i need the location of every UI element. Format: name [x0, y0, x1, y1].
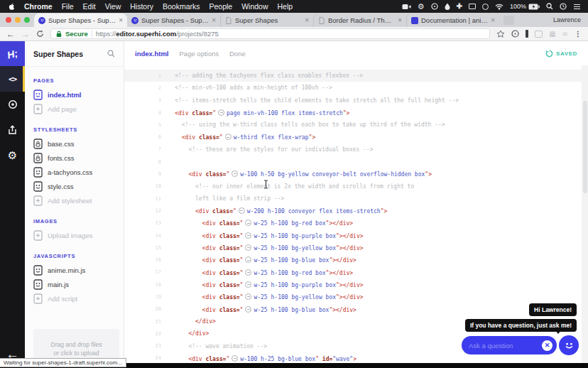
tab-close-icon[interactable]: × — [398, 17, 402, 24]
sidebar-item-style-css[interactable]: style.css — [33, 179, 115, 193]
tab-close-icon[interactable]: × — [491, 17, 495, 24]
code-line[interactable]: 17<div class="w-25 h-100 bg-red box"></d… — [124, 266, 588, 278]
sidebar-item-fonts-css[interactable]: fonts.css — [33, 151, 115, 165]
extension-info-icon[interactable] — [511, 30, 519, 38]
chrome-menu-icon[interactable]: ⋮ — [575, 30, 582, 38]
sidebar-item-main-js[interactable]: main.js — [33, 277, 115, 291]
code-line[interactable]: 7<!-- these are the styles for our indiv… — [124, 144, 588, 156]
code-line[interactable]: 16<div class="w-25 h-100 bg-blue box"></… — [124, 254, 588, 266]
close-window-button[interactable] — [6, 17, 11, 23]
address-bar[interactable]: Secure https://editor.superhi.com/projec… — [50, 28, 490, 39]
collapsed-classes-chip-icon[interactable] — [245, 306, 251, 313]
extension-dim3-icon[interactable]: ≂ — [562, 30, 568, 38]
collapsed-classes-chip-icon[interactable] — [232, 171, 238, 177]
plus-menu-icon[interactable]: ✚ — [457, 3, 462, 10]
reload-button[interactable] — [36, 30, 44, 38]
extension-dim-icon[interactable] — [535, 31, 543, 38]
chat-close-icon[interactable]: ✕ — [542, 340, 552, 351]
search-icon[interactable] — [107, 50, 115, 58]
browser-tab[interactable]: Documentation | anime.js× — [406, 13, 499, 27]
sidebar-item-add-stylesheet[interactable]: Add stylesheet — [33, 193, 115, 207]
code-line[interactable]: 6<div class="w-third flex flex-wrap"> — [124, 131, 588, 143]
tab-close-icon[interactable]: × — [212, 17, 216, 24]
collapsed-classes-chip-icon[interactable] — [245, 281, 251, 288]
code-line[interactable]: 2<!-- min-vh-100 adds a min-height of 10… — [124, 82, 588, 94]
collapsed-classes-chip-icon[interactable] — [232, 355, 238, 362]
code-line[interactable]: 19<div class="w-25 h-100 bg-yellow box">… — [124, 291, 588, 303]
gear-menu-icon[interactable]: ⚙ — [418, 3, 425, 10]
browser-tab[interactable]: Border Radius / Themes / Do× — [313, 13, 406, 27]
page-options-button[interactable]: Page options — [180, 50, 219, 58]
new-tab-button[interactable] — [503, 16, 514, 25]
code-line[interactable]: 15<div class="w-25 h-100 bg-yellow box">… — [124, 242, 588, 254]
menu-item-view[interactable]: View — [105, 2, 121, 11]
collapsed-classes-chip-icon[interactable] — [245, 244, 251, 251]
code-line[interactable]: 3<!-- items-stretch tells the child elem… — [124, 94, 588, 107]
forward-button[interactable]: → — [21, 30, 30, 38]
code-line[interactable]: 1<!-- adding the tachyons flex class ena… — [124, 70, 588, 82]
menu-item-people[interactable]: People — [209, 2, 232, 11]
browser-profile-name[interactable]: Lawrence — [553, 16, 588, 23]
sidebar-item-upload-images[interactable]: Upload images — [33, 228, 115, 242]
browser-tab[interactable]: Super Shapes - SuperHi× — [127, 13, 220, 27]
minimize-window-button[interactable] — [15, 17, 21, 23]
wifi-icon[interactable] — [495, 4, 503, 10]
secure-label[interactable]: Secure — [65, 30, 88, 38]
chat-launcher-button[interactable] — [559, 335, 579, 355]
sidebar-item-add-script[interactable]: Add script — [33, 291, 115, 305]
collapsed-classes-chip-icon[interactable] — [225, 134, 232, 140]
page-url[interactable]: https://editor.superhi.com/projects/8275 — [96, 30, 219, 38]
zoom-window-button[interactable] — [24, 17, 30, 23]
spotlight-search-icon[interactable] — [546, 3, 553, 10]
menu-item-help[interactable]: Help — [278, 2, 293, 11]
circle-menu-icon[interactable] — [482, 4, 489, 10]
tab-close-icon[interactable]: × — [305, 17, 309, 24]
collapsed-classes-chip-icon[interactable] — [245, 269, 251, 276]
sidebar-item-base-css[interactable]: base.css — [33, 136, 115, 151]
collapsed-classes-chip-icon[interactable] — [245, 220, 251, 226]
code-line[interactable]: 5<!-- using the w-third class tells each… — [124, 119, 588, 131]
droplet-icon[interactable] — [445, 3, 450, 10]
menu-item-bookmarks[interactable]: Bookmarks — [163, 2, 200, 11]
collapsed-classes-chip-icon[interactable] — [245, 256, 251, 263]
notification-list-icon[interactable] — [573, 4, 581, 10]
share-button[interactable] — [0, 117, 25, 143]
apple-icon[interactable] — [7, 2, 15, 11]
code-line[interactable]: 13<div class="w-25 h-100 bg-red box"></d… — [124, 217, 588, 229]
sidebar-item-add-page[interactable]: Add page — [33, 102, 115, 116]
done-button[interactable]: Done — [229, 50, 246, 58]
back-button[interactable]: ← — [6, 30, 15, 38]
code-view-button[interactable]: <> — [0, 66, 25, 92]
code-line[interactable]: 14<div class="w-25 h-100 bg-purple box">… — [124, 229, 588, 242]
open-file-name[interactable]: index.html — [135, 50, 169, 58]
collapsed-classes-chip-icon[interactable] — [245, 232, 251, 239]
scrollbar-thumb[interactable] — [583, 101, 587, 193]
code-line[interactable]: 18<div class="w-25 h-100 bg-purple box">… — [124, 278, 588, 291]
collapsed-classes-chip-icon[interactable] — [239, 207, 245, 214]
sidebar-item-anime-min-js[interactable]: anime.min.js — [33, 263, 115, 277]
collapsed-classes-chip-icon[interactable] — [218, 109, 224, 116]
extension-dim2-icon[interactable]: ▦ — [549, 30, 555, 38]
menu-item-window[interactable]: Window — [241, 2, 268, 11]
bookmark-star-icon[interactable] — [496, 30, 505, 38]
tab-close-icon[interactable]: × — [119, 17, 123, 24]
code-line[interactable]: 10<!-- our inner element is 2x the width… — [124, 180, 588, 193]
info-circle-icon[interactable] — [431, 3, 438, 10]
superhi-logo[interactable]: H; — [0, 41, 25, 66]
menu-item-chrome[interactable]: Chrome — [24, 2, 53, 11]
settings-button[interactable]: ⚙ — [0, 143, 25, 168]
browser-tab[interactable]: Super Shapes - SuperHi× — [34, 13, 127, 27]
window-menu-icon[interactable] — [469, 4, 476, 9]
code-line[interactable]: 9<div class="w-100 h-50 bg-yellow convey… — [124, 168, 588, 180]
sidebar-item-index-html[interactable]: index.html — [33, 87, 115, 102]
menu-item-file[interactable]: File — [62, 2, 74, 11]
menu-item-edit[interactable]: Edit — [83, 2, 96, 11]
extension-bar-icon[interactable] — [526, 30, 528, 38]
sidebar-item-a-tachyons-css[interactable]: a-tachyons.css — [33, 165, 115, 179]
clock-icon[interactable] — [560, 3, 567, 10]
menu-item-history[interactable]: History — [130, 2, 153, 11]
code-line[interactable]: 12<div class="w-200 h-100 conveyor flex … — [124, 205, 588, 217]
editor-scrollbar[interactable] — [582, 65, 588, 368]
code-line[interactable]: 20<div class="w-25 h-100 bg-blue box"></… — [124, 303, 588, 315]
code-line[interactable]: 8 — [124, 156, 588, 168]
